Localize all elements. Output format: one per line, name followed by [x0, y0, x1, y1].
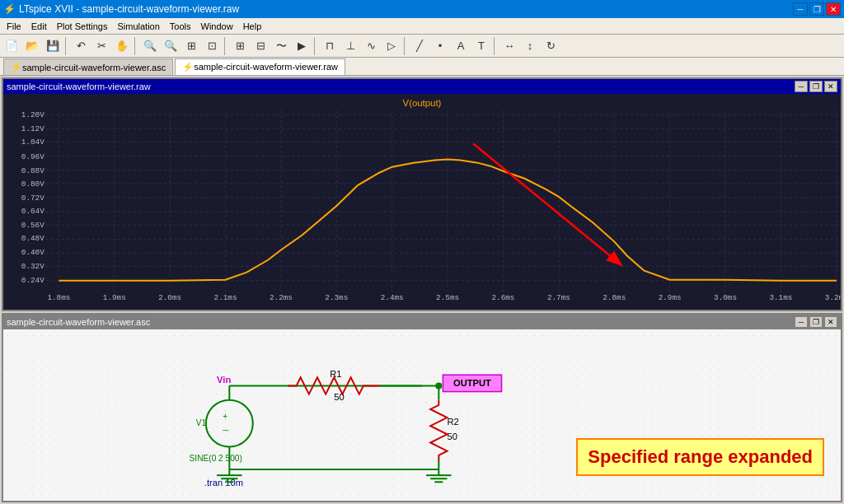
circuit-body[interactable]: + ─ Vin V1 SINE(0 2 500) .tran 10m R1 5 [3, 329, 841, 501]
svg-rect-0 [3, 94, 841, 310]
save-button[interactable]: 💾 [43, 36, 63, 56]
title-bar-controls[interactable]: ─ ❐ ✕ [793, 2, 841, 16]
svg-text:1.20V: 1.20V [21, 110, 45, 119]
tab-asc[interactable]: ⚡ sample-circuit-waveform-viewer.asc [3, 58, 173, 75]
svg-text:2.7ms: 2.7ms [547, 293, 570, 302]
svg-text:0.80V: 0.80V [21, 180, 45, 189]
zoom-fit-button[interactable]: ⊞ [181, 36, 201, 56]
menu-edit[interactable]: Edit [26, 20, 52, 33]
run-button[interactable]: ▶ [292, 36, 312, 56]
svg-text:3.2ms: 3.2ms [825, 293, 841, 302]
menu-help[interactable]: Help [238, 20, 267, 33]
title-bar: ⚡ LTspice XVII - sample-circuit-waveform… [0, 0, 844, 18]
menu-window[interactable]: Window [196, 20, 238, 33]
waveform-window-controls[interactable]: ─ ❐ ✕ [795, 81, 837, 92]
circuit-window-controls[interactable]: ─ ❐ ✕ [795, 316, 837, 328]
new-button[interactable]: 📄 [2, 36, 21, 56]
waveform-button[interactable]: 〜 [271, 36, 291, 56]
svg-text:1.9ms: 1.9ms [103, 293, 126, 302]
menu-plot-settings[interactable]: Plot Settings [52, 20, 113, 33]
svg-text:50: 50 [447, 432, 457, 441]
wf-close-button[interactable]: ✕ [824, 81, 837, 92]
waveform-window: sample-circuit-waveform-viewer.raw ─ ❐ ✕ [2, 77, 842, 311]
menu-tools[interactable]: Tools [165, 20, 196, 33]
annotation-text: Specified range expanded [588, 446, 813, 467]
svg-text:Vin: Vin [217, 375, 231, 385]
waveform-titlebar: sample-circuit-waveform-viewer.raw ─ ❐ ✕ [3, 79, 841, 94]
circuit-restore-button[interactable]: ❐ [809, 316, 823, 328]
wf-minimize-button[interactable]: ─ [795, 81, 808, 92]
svg-text:0.88V: 0.88V [21, 166, 45, 175]
svg-text:3.0ms: 3.0ms [714, 293, 737, 302]
title-bar-left: ⚡ LTspice XVII - sample-circuit-waveform… [3, 3, 239, 15]
svg-text:0.64V: 0.64V [21, 207, 45, 216]
svg-text:2.8ms: 2.8ms [603, 293, 626, 302]
toolbar-sep-5 [404, 37, 407, 55]
main-content: sample-circuit-waveform-viewer.raw ─ ❐ ✕ [0, 76, 844, 504]
diode-button[interactable]: ▷ [382, 36, 401, 56]
toolbar-sep-4 [314, 37, 317, 55]
svg-text:2.6ms: 2.6ms [492, 293, 515, 302]
capacitor-button[interactable]: ⊥ [340, 36, 360, 56]
circuit-window-title: sample-circuit-waveform-viewer.asc [7, 317, 150, 327]
waveform-plot: 1.20V 1.12V 1.04V 0.96V 0.88V 0.80V 0.72… [3, 94, 841, 310]
snap-button[interactable]: ⊟ [251, 36, 270, 56]
svg-text:0.40V: 0.40V [21, 249, 45, 258]
zoom-in-button[interactable]: 🔍 [140, 36, 160, 56]
resistor-button[interactable]: ⊓ [320, 36, 340, 56]
menu-file[interactable]: File [2, 20, 26, 33]
circuit-titlebar: sample-circuit-waveform-viewer.asc ─ ❐ ✕ [3, 315, 841, 329]
circuit-close-button[interactable]: ✕ [824, 316, 837, 328]
zoom-area-button[interactable]: ⊡ [202, 36, 222, 56]
annotation-box: Specified range expanded [576, 438, 824, 476]
text-button[interactable]: T [471, 36, 491, 56]
svg-text:SINE(0 2 500): SINE(0 2 500) [190, 454, 242, 463]
svg-text:3.1ms: 3.1ms [769, 293, 792, 302]
svg-text:0.48V: 0.48V [21, 234, 45, 243]
mirror-button[interactable]: ↔ [499, 36, 519, 56]
label-button[interactable]: A [451, 36, 471, 56]
hand-button[interactable]: ✋ [112, 36, 132, 56]
svg-text:OUTPUT: OUTPUT [453, 378, 491, 388]
app-icon: ⚡ [3, 3, 16, 15]
svg-text:2.3ms: 2.3ms [325, 293, 348, 302]
cut-button[interactable]: ✂ [91, 36, 111, 56]
toolbar-sep-3 [224, 37, 227, 55]
minimize-button[interactable]: ─ [793, 2, 808, 16]
svg-text:1.8ms: 1.8ms [47, 293, 70, 302]
svg-text:R2: R2 [447, 417, 458, 427]
wire-button[interactable]: ╱ [410, 36, 429, 56]
restore-button[interactable]: ❐ [809, 2, 824, 16]
toolbar-sep-6 [494, 37, 497, 55]
svg-text:1.12V: 1.12V [21, 124, 45, 133]
app-title: LTspice XVII - sample-circuit-waveform-v… [19, 3, 239, 15]
plot-area[interactable]: 1.20V 1.12V 1.04V 0.96V 0.88V 0.80V 0.72… [3, 94, 841, 310]
tab-raw[interactable]: ⚡ sample-circuit-waveform-viewer.raw [175, 58, 345, 75]
undo-button[interactable]: ↶ [71, 36, 91, 56]
wf-restore-button[interactable]: ❐ [809, 81, 823, 92]
waveform-window-title: sample-circuit-waveform-viewer.raw [7, 82, 151, 91]
junction-button[interactable]: • [430, 36, 450, 56]
svg-text:2.9ms: 2.9ms [659, 293, 682, 302]
circuit-minimize-button[interactable]: ─ [795, 316, 808, 328]
svg-text:V(output): V(output) [403, 98, 442, 108]
toolbar: 📄 📂 💾 ↶ ✂ ✋ 🔍 🔍 ⊞ ⊡ ⊞ ⊟ 〜 ▶ ⊓ ⊥ ∿ ▷ ╱ • … [0, 35, 844, 58]
grid-button[interactable]: ⊞ [230, 36, 250, 56]
svg-text:0.24V: 0.24V [21, 276, 45, 285]
inductor-button[interactable]: ∿ [361, 36, 381, 56]
close-button[interactable]: ✕ [826, 2, 841, 16]
svg-text:2.2ms: 2.2ms [270, 293, 293, 302]
zoom-out-button[interactable]: 🔍 [161, 36, 181, 56]
open-button[interactable]: 📂 [22, 36, 42, 56]
tab-raw-icon: ⚡ [182, 62, 194, 72]
svg-text:0.96V: 0.96V [21, 152, 45, 161]
menu-simulation[interactable]: Simulation [112, 20, 164, 33]
tab-raw-label: sample-circuit-waveform-viewer.raw [194, 62, 338, 72]
tabs-bar: ⚡ sample-circuit-waveform-viewer.asc ⚡ s… [0, 58, 844, 76]
rotate-button[interactable]: ↻ [541, 36, 560, 56]
flip-button[interactable]: ↕ [520, 36, 540, 56]
svg-text:R1: R1 [330, 369, 341, 379]
svg-text:2.5ms: 2.5ms [436, 293, 459, 302]
svg-text:1.04V: 1.04V [21, 138, 45, 147]
svg-text:2.0ms: 2.0ms [158, 293, 181, 302]
